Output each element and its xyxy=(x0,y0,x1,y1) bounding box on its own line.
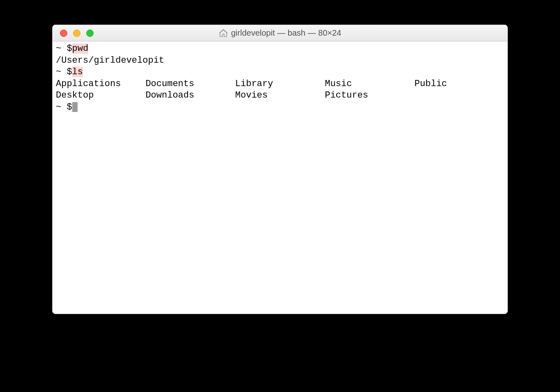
ls-item: Desktop xyxy=(56,90,145,102)
terminal-body[interactable]: ~ $pwd /Users/girldevelopit ~ $ls Applic… xyxy=(53,41,507,314)
terminal-window: girldevelopit — bash — 80×24 ~ $pwd /Use… xyxy=(52,25,508,314)
ls-item: Documents xyxy=(145,78,235,90)
ls-item: Downloads xyxy=(145,90,235,102)
minimize-icon[interactable] xyxy=(73,30,80,37)
command-ls: ls xyxy=(72,67,83,77)
ls-item: Pictures xyxy=(325,90,414,102)
ls-item: Movies xyxy=(235,90,325,102)
titlebar: girldevelopit — bash — 80×24 xyxy=(53,25,507,41)
prompt-prefix: ~ $ xyxy=(56,43,72,54)
prompt-line-3: ~ $ xyxy=(56,102,504,114)
prompt-line-2: ~ $ls xyxy=(56,66,504,78)
window-title: girldevelopit — bash — 80×24 xyxy=(231,28,342,38)
prompt-prefix: ~ $ xyxy=(56,102,72,114)
prompt-line-1: ~ $pwd xyxy=(56,43,504,55)
ls-item: Public xyxy=(415,78,504,90)
ls-item: Music xyxy=(325,78,414,90)
ls-item: Applications xyxy=(56,78,145,90)
close-icon[interactable] xyxy=(60,30,67,37)
cursor xyxy=(72,102,78,112)
prompt-prefix: ~ $ xyxy=(56,67,72,77)
home-icon xyxy=(219,29,228,37)
command-pwd: pwd xyxy=(72,43,89,54)
maximize-icon[interactable] xyxy=(86,30,94,37)
output-pwd: /Users/girldevelopit xyxy=(56,55,504,67)
ls-item: Library xyxy=(235,78,325,90)
traffic-lights xyxy=(53,30,94,37)
ls-item xyxy=(415,90,504,102)
ls-output: Applications Desktop Documents Downloads… xyxy=(56,78,504,102)
window-title-container: girldevelopit — bash — 80×24 xyxy=(53,28,507,38)
